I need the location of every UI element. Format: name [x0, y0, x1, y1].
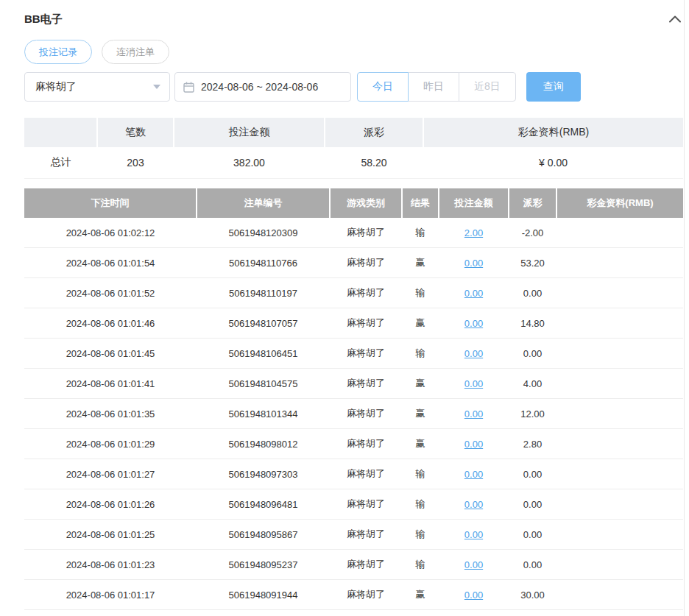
cell-game: 麻将胡了	[330, 218, 402, 248]
quick-today-button[interactable]: 今日	[357, 72, 409, 102]
date-range-input[interactable]: 2024-08-06 ~ 2024-08-06	[174, 72, 351, 102]
cell-bonus	[556, 610, 683, 616]
chevron-up-glyph	[669, 15, 681, 23]
bet-amount-link[interactable]: 0.00	[464, 559, 483, 570]
table-row: 2024-08-06 01:01:235061948095237麻将胡了输0.0…	[24, 550, 683, 580]
cell-time: 2024-08-06 01:01:29	[24, 429, 197, 459]
summary-header-row: 笔数 投注金额 派彩 彩金资料(RMB)	[24, 118, 683, 147]
cell-game: 麻将胡了	[330, 278, 402, 308]
cell-order: 5061948107057	[197, 308, 330, 339]
bet-amount-link[interactable]: 0.00	[464, 529, 483, 540]
cell-result: 赢	[402, 308, 439, 339]
bet-amount-link[interactable]: 0.00	[464, 378, 483, 389]
cell-amount: 0.00	[439, 580, 509, 610]
quick-yesterday-button[interactable]: 昨日	[408, 72, 459, 102]
summary-header-count: 笔数	[97, 118, 174, 147]
cell-time: 2024-08-06 01:01:46	[24, 308, 197, 339]
panel-right-border	[684, 0, 685, 616]
cell-amount: 0.00	[439, 278, 509, 308]
bet-amount-link[interactable]: 0.00	[464, 258, 483, 269]
cell-payout: -2.00	[509, 218, 556, 248]
cell-result: 赢	[402, 429, 439, 459]
cell-game: 麻将胡了	[330, 429, 402, 459]
summary-bonus-value: ¥ 0.00	[423, 147, 683, 179]
header-bet-time: 下注时间	[24, 188, 197, 218]
cell-result: 输	[402, 459, 439, 489]
header-bet-amount: 投注金额	[439, 188, 509, 218]
cell-time: 2024-08-06 01:01:52	[24, 278, 197, 308]
cell-order: 5061948104575	[197, 369, 330, 399]
cell-payout: 0.00	[509, 550, 556, 580]
table-row: 2024-08-06 01:01:545061948110766麻将胡了赢0.0…	[24, 248, 683, 278]
cell-bonus	[556, 399, 683, 429]
cell-bonus	[556, 308, 683, 339]
cell-result: 赢	[402, 248, 439, 278]
cell-payout: 12.00	[509, 399, 556, 429]
bet-records-table: 下注时间 注单编号 游戏类别 结果 投注金额 派彩 彩金资料(RMB) 2024…	[24, 188, 683, 616]
bet-amount-link[interactable]: 0.00	[464, 348, 483, 359]
date-range-value: 2024-08-06 ~ 2024-08-06	[201, 81, 318, 93]
cell-payout: 14.80	[509, 308, 556, 339]
bet-amount-link[interactable]: 0.00	[464, 590, 483, 601]
cell-game: 麻将胡了	[330, 248, 402, 278]
tab-cascade-orders[interactable]: 连消注单	[102, 40, 169, 64]
quick-range-group: 今日 昨日 近8日	[357, 72, 516, 102]
record-type-tabs: 投注记录 连消注单	[24, 40, 683, 64]
chevron-up-icon[interactable]	[667, 11, 683, 27]
cell-amount: 0.00	[439, 459, 509, 489]
cell-bonus	[556, 550, 683, 580]
summary-header-blank	[24, 118, 97, 147]
table-row: 2024-08-06 01:00:595061948082751麻将胡了赢2.0…	[24, 610, 683, 616]
cell-order: 5061948095237	[197, 550, 330, 580]
cell-order: 5061948091944	[197, 580, 330, 610]
cell-time: 2024-08-06 01:00:59	[24, 610, 197, 616]
table-row: 2024-08-06 01:01:275061948097303麻将胡了输0.0…	[24, 459, 683, 489]
cell-game: 麻将胡了	[330, 550, 402, 580]
summary-payout-value: 58.20	[325, 147, 423, 179]
cell-bonus	[556, 520, 683, 550]
chevron-down-icon	[153, 85, 160, 89]
cell-time: 2024-08-06 01:01:35	[24, 399, 197, 429]
cell-time: 2024-08-06 01:01:41	[24, 369, 197, 399]
cell-amount: 0.00	[439, 429, 509, 459]
cell-time: 2024-08-06 01:01:26	[24, 489, 197, 520]
quick-last8days-button[interactable]: 近8日	[459, 72, 516, 102]
bet-amount-link[interactable]: 0.00	[464, 288, 483, 299]
summary-header-payout: 派彩	[325, 118, 423, 147]
cell-payout: 30.00	[509, 580, 556, 610]
table-row: 2024-08-06 01:01:415061948104575麻将胡了赢0.0…	[24, 369, 683, 399]
cell-time: 2024-08-06 01:01:17	[24, 580, 197, 610]
summary-total-label: 总计	[24, 147, 97, 179]
bet-amount-link[interactable]: 0.00	[464, 318, 483, 329]
cell-payout: 0.00	[509, 459, 556, 489]
cell-payout: 2.80	[509, 429, 556, 459]
cell-result: 赢	[402, 369, 439, 399]
cell-result: 输	[402, 520, 439, 550]
bet-amount-link[interactable]: 0.00	[464, 439, 483, 450]
table-row: 2024-08-06 01:01:455061948106451麻将胡了输0.0…	[24, 339, 683, 369]
cell-game: 麻将胡了	[330, 459, 402, 489]
cell-amount: 0.00	[439, 308, 509, 339]
cell-amount: 0.00	[439, 248, 509, 278]
header-result: 结果	[402, 188, 439, 218]
cell-payout: 0.00	[509, 278, 556, 308]
game-select[interactable]: 麻将胡了	[24, 72, 170, 102]
cell-bonus	[556, 429, 683, 459]
cell-result: 赢	[402, 580, 439, 610]
header-payout: 派彩	[509, 188, 556, 218]
cell-amount: 0.00	[439, 339, 509, 369]
summary-bet-amount-value: 382.00	[174, 147, 325, 179]
filter-bar: 麻将胡了 2024-08-06 ~ 2024-08-06 今日 昨日	[24, 72, 683, 102]
tab-bet-records[interactable]: 投注记录	[24, 40, 92, 64]
table-row: 2024-08-06 01:01:255061948095867麻将胡了输0.0…	[24, 520, 683, 550]
cell-payout: 8.00	[509, 610, 556, 616]
bet-amount-link[interactable]: 0.00	[464, 469, 483, 480]
bet-amount-link[interactable]: 0.00	[464, 499, 483, 510]
bet-amount-link[interactable]: 2.00	[464, 227, 483, 238]
table-row: 2024-08-06 01:01:355061948101344麻将胡了赢0.0…	[24, 399, 683, 429]
cell-game: 麻将胡了	[330, 520, 402, 550]
search-button[interactable]: 查询	[526, 72, 581, 102]
cell-bonus	[556, 489, 683, 520]
cell-order: 5061948120309	[197, 218, 330, 248]
bet-amount-link[interactable]: 0.00	[464, 408, 483, 419]
